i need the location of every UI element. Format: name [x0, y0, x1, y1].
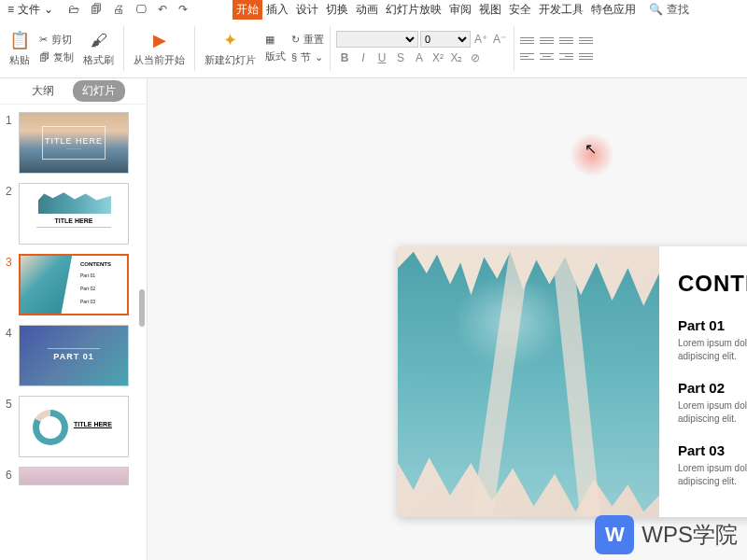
tab-developer[interactable]: 开发工具	[535, 0, 587, 20]
thumb2-title: TITLE HERE	[20, 217, 128, 224]
startfrom-button[interactable]: ▶ 从当前开始	[130, 29, 189, 67]
thumb-item[interactable]: 2 TITLE HERE	[6, 183, 141, 245]
watermark: W WPS学院	[595, 515, 738, 554]
search[interactable]: 🔍 查找	[649, 2, 689, 18]
thumb3-title: CONTENTS	[80, 261, 111, 267]
thumbnail-2[interactable]: TITLE HERE	[19, 183, 129, 245]
preview-icon[interactable]: 🖵	[135, 3, 147, 16]
font-name-select[interactable]	[336, 31, 418, 48]
tab-transition[interactable]: 切换	[322, 0, 352, 20]
indent-inc-icon[interactable]	[579, 34, 593, 47]
part-title: Part 01	[678, 317, 747, 333]
ribbon: 📋 粘贴 ✂ 剪切 🗐 复制 🖌 格式刷 ▶ 从当前开始 ✦ 新建幻灯片 ▦ 版…	[0, 19, 747, 78]
tab-view[interactable]: 视图	[475, 0, 505, 20]
bold-icon[interactable]: B	[336, 49, 353, 66]
tab-insert[interactable]: 插入	[262, 0, 292, 20]
indent-dec-icon[interactable]	[559, 34, 573, 47]
layout-button[interactable]: ▦	[265, 34, 286, 46]
redo-icon[interactable]: ↷	[178, 3, 188, 16]
tab-design[interactable]: 设计	[292, 0, 322, 20]
thumb-item[interactable]: 5 TITLE HERE	[6, 396, 141, 457]
print-icon[interactable]: 🖨	[113, 3, 124, 16]
tab-animation[interactable]: 动画	[352, 0, 382, 20]
tab-slideshow[interactable]: 幻灯片放映	[382, 0, 445, 20]
newslide-button[interactable]: ✦ 新建幻灯片	[201, 29, 260, 67]
strike-icon[interactable]: S	[392, 49, 409, 66]
tab-review[interactable]: 审阅	[445, 0, 475, 20]
thumb-number: 6	[6, 467, 13, 485]
undo-icon[interactable]: ↶	[158, 3, 167, 16]
align-center-icon[interactable]	[540, 49, 554, 63]
align-justify-icon[interactable]	[579, 49, 593, 63]
thumbnail-6[interactable]	[19, 467, 129, 485]
cut-button[interactable]: ✂ 剪切	[39, 33, 74, 47]
ribbon-tabs: 开始 插入 设计 切换 动画 幻灯片放映 审阅 视图 安全 开发工具 特色应用	[233, 0, 640, 20]
copy-button[interactable]: 🗐 复制	[39, 50, 74, 64]
thumbnail-4[interactable]: PART 01	[19, 325, 129, 386]
thumb-item[interactable]: 1 TITLE HERE————	[6, 112, 141, 174]
shrink-font-icon[interactable]: A⁻	[491, 31, 508, 48]
superscript-icon[interactable]: X²	[430, 49, 446, 66]
thumbnails-list[interactable]: 1 TITLE HERE———— 2 TITLE HERE 3 CONTENTS…	[0, 105, 147, 560]
numbering-icon[interactable]	[540, 34, 554, 47]
thumbs-scrollbar[interactable]	[139, 112, 145, 392]
thumb5-title: TITLE HERE	[74, 421, 112, 427]
thumb-item[interactable]: 4 PART 01	[6, 325, 141, 386]
slides-panel: 大纲 幻灯片 1 TITLE HERE———— 2 TITLE HERE 3	[0, 78, 148, 560]
watermark-text: WPS学院	[641, 520, 738, 550]
align-right-icon[interactable]	[559, 49, 573, 63]
slide-canvas[interactable]: ↖ CONTENTS Part 01 Lorem ipsum dolor sit…	[148, 78, 747, 560]
slide-heading: CONTENTS	[678, 271, 747, 297]
clear-fmt-icon[interactable]: ⊘	[467, 49, 484, 66]
thumbnail-5[interactable]: TITLE HERE	[19, 396, 129, 457]
fontcolor-icon[interactable]: A	[411, 49, 428, 66]
fmtpaint-label: 格式刷	[83, 53, 114, 67]
tab-special[interactable]: 特色应用	[587, 0, 640, 20]
brush-icon: 🖌	[91, 29, 107, 51]
reset-button[interactable]: ↻ 重置	[291, 33, 324, 47]
startfrom-label: 从当前开始	[134, 53, 185, 67]
tab-start[interactable]: 开始	[233, 0, 262, 20]
outline-tab[interactable]: 大纲	[22, 80, 63, 102]
slide-text[interactable]: CONTENTS Part 01 Lorem ipsum dolor sit a…	[678, 271, 747, 505]
thumbnail-1[interactable]: TITLE HERE————	[19, 112, 129, 174]
wps-logo-icon: W	[595, 515, 634, 554]
paste-group[interactable]: 📋 粘贴	[6, 29, 34, 67]
thumb-number: 3	[6, 254, 13, 315]
thumb1-title: TITLE HERE	[45, 136, 103, 146]
thumb-item[interactable]: 3 CONTENTS Part 01 Part 02 Part 03	[6, 254, 141, 315]
section-label: 节	[301, 50, 311, 64]
paste-icon: 📋	[9, 29, 30, 51]
part-body: Lorem ipsum dolor sit amet, consectetuer…	[678, 337, 747, 363]
current-slide[interactable]: CONTENTS Part 01 Lorem ipsum dolor sit a…	[398, 246, 747, 517]
part-title: Part 03	[678, 442, 747, 458]
fmtpaint-button[interactable]: 🖌 格式刷	[79, 29, 118, 67]
part-body: Lorem ipsum dolor sit amet, consectetuer…	[678, 462, 747, 488]
italic-icon[interactable]: I	[355, 49, 372, 66]
view-tabs: 大纲 幻灯片	[0, 78, 147, 105]
subscript-icon[interactable]: X₂	[448, 49, 465, 66]
play-icon: ▶	[153, 29, 166, 51]
bullets-icon[interactable]	[520, 34, 534, 47]
slides-tab[interactable]: 幻灯片	[73, 80, 125, 102]
thumb4-title: PART 01	[20, 352, 128, 361]
font-size-select[interactable]: 0	[420, 31, 471, 48]
grow-font-icon[interactable]: A⁺	[472, 31, 489, 48]
underline-icon[interactable]: U	[374, 49, 390, 66]
tab-security[interactable]: 安全	[505, 0, 535, 20]
cursor-highlight	[570, 133, 614, 177]
section-button[interactable]: § 节 ⌄	[291, 50, 324, 64]
open-icon[interactable]: 🗁	[68, 3, 79, 16]
thumb-number: 2	[6, 183, 13, 245]
part-body: Lorem ipsum dolor sit amet, consectetuer…	[678, 399, 747, 426]
thumbnail-3[interactable]: CONTENTS Part 01 Part 02 Part 03	[19, 254, 129, 315]
save-icon[interactable]: 🗐	[91, 3, 102, 16]
thumb3-p3: Part 03	[80, 299, 95, 304]
layout-label[interactable]: 版式	[265, 49, 286, 63]
separator	[330, 26, 331, 71]
file-menu[interactable]: ≡ 文件 ⌄	[0, 2, 61, 18]
thumb3-p2: Part 02	[80, 286, 95, 291]
thumb-item[interactable]: 6	[6, 467, 141, 485]
cut-label: 剪切	[51, 33, 72, 47]
align-left-icon[interactable]	[520, 49, 534, 63]
